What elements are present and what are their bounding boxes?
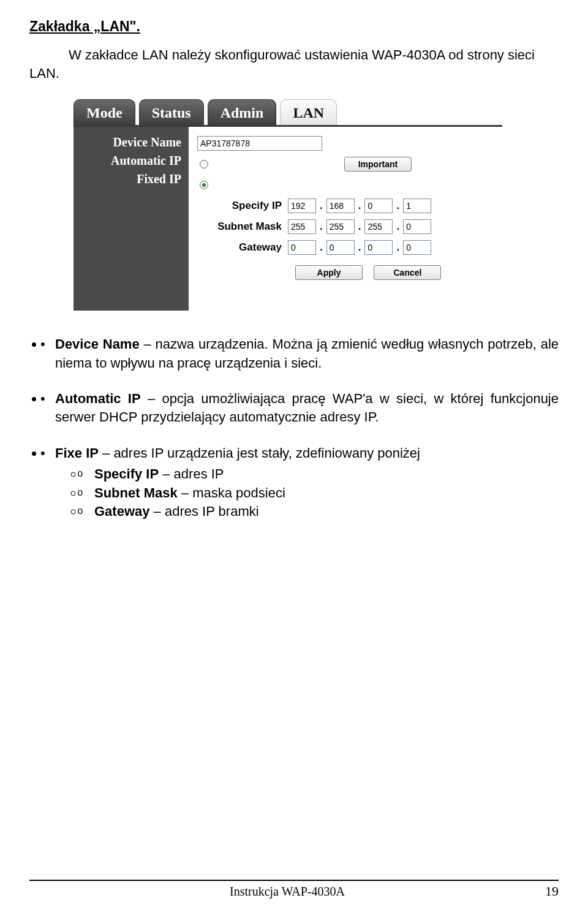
term-subnet-mask: Subnet Mask bbox=[94, 485, 178, 500]
sub-item: Gateway – adres IP bramki bbox=[83, 502, 559, 521]
gw-octet-2[interactable] bbox=[326, 240, 355, 255]
tab-mode[interactable]: Mode bbox=[74, 99, 135, 125]
device-name-input[interactable] bbox=[197, 136, 322, 151]
desc-fixe-ip: – adres IP urządzenia jest stały, zdefin… bbox=[99, 445, 420, 461]
ip-octet-4[interactable] bbox=[403, 198, 431, 213]
term-fixe-ip: Fixe IP bbox=[55, 445, 99, 461]
dot-icon: . bbox=[355, 241, 365, 254]
dot-icon: . bbox=[316, 200, 326, 212]
dot-icon: . bbox=[316, 241, 326, 254]
label-subnet-mask: Subnet Mask bbox=[197, 221, 288, 233]
term-gateway: Gateway bbox=[94, 504, 150, 519]
apply-button[interactable]: Apply bbox=[295, 265, 363, 280]
desc-gateway: – adres IP bramki bbox=[150, 504, 259, 519]
term-device-name: Device Name bbox=[55, 336, 140, 352]
dot-icon: . bbox=[393, 221, 403, 233]
list-item: Automatic IP – opcja umożliwiająca pracę… bbox=[44, 390, 559, 427]
mask-octet-3[interactable] bbox=[364, 219, 393, 234]
list-item: Fixe IP – adres IP urządzenia jest stały… bbox=[44, 444, 559, 521]
description-list: Device Name – nazwa urządzenia. Można ją… bbox=[44, 335, 559, 521]
term-automatic-ip: Automatic IP bbox=[55, 391, 141, 406]
fixed-ip-radio[interactable] bbox=[200, 181, 208, 189]
term-specify-ip: Specify IP bbox=[94, 466, 159, 482]
ip-octet-3[interactable] bbox=[364, 198, 393, 213]
section-heading: Zakładka „LAN". bbox=[29, 18, 559, 35]
sidebar: Device Name Automatic IP Fixed IP bbox=[74, 127, 189, 311]
tab-admin[interactable]: Admin bbox=[208, 99, 277, 125]
dot-icon: . bbox=[316, 221, 326, 233]
lan-form: Important Specify IP . . . Subnet Mask bbox=[189, 127, 502, 311]
sidebar-label-fixed-ip: Fixed IP bbox=[81, 170, 181, 188]
tab-status[interactable]: Status bbox=[139, 99, 204, 125]
footer-label: Instrukcja WAP-4030A bbox=[230, 885, 345, 899]
mask-octet-2[interactable] bbox=[326, 219, 355, 234]
gw-octet-3[interactable] bbox=[364, 240, 393, 255]
label-gateway: Gateway bbox=[197, 241, 288, 254]
gw-octet-1[interactable] bbox=[288, 240, 316, 255]
label-specify-ip: Specify IP bbox=[197, 200, 288, 212]
footer-rule bbox=[29, 880, 559, 881]
tab-lan[interactable]: LAN bbox=[280, 99, 337, 125]
dot-icon: . bbox=[355, 221, 365, 233]
dot-icon: . bbox=[393, 241, 403, 254]
page-number: 19 bbox=[545, 883, 559, 899]
desc-subnet-mask: – maska podsieci bbox=[178, 485, 285, 500]
ip-octet-2[interactable] bbox=[326, 198, 355, 213]
dot-icon: . bbox=[393, 200, 403, 212]
tab-bar: Mode Status Admin LAN bbox=[74, 99, 502, 125]
intro-paragraph: W zakładce LAN należy skonfigurować usta… bbox=[29, 46, 559, 82]
ip-octet-1[interactable] bbox=[288, 198, 316, 213]
sidebar-label-automatic-ip: Automatic IP bbox=[81, 151, 181, 170]
mask-octet-4[interactable] bbox=[403, 219, 431, 234]
gw-octet-4[interactable] bbox=[403, 240, 431, 255]
sub-list: Specify IP – adres IP Subnet Mask – mask… bbox=[83, 465, 559, 521]
router-ui-screenshot: Mode Status Admin LAN Device Name Automa… bbox=[74, 99, 502, 311]
cancel-button[interactable]: Cancel bbox=[374, 265, 441, 280]
page-footer: Instrukcja WAP-4030A 19 bbox=[29, 880, 559, 899]
dot-icon: . bbox=[355, 200, 365, 212]
sub-item: Specify IP – adres IP bbox=[83, 465, 559, 483]
important-button[interactable]: Important bbox=[344, 157, 412, 172]
sub-item: Subnet Mask – maska podsieci bbox=[83, 484, 559, 502]
sidebar-label-device-name: Device Name bbox=[81, 133, 181, 151]
list-item: Device Name – nazwa urządzenia. Można ją… bbox=[44, 335, 559, 372]
desc-specify-ip: – adres IP bbox=[159, 466, 224, 482]
mask-octet-1[interactable] bbox=[288, 219, 316, 234]
automatic-ip-radio[interactable] bbox=[200, 160, 208, 168]
